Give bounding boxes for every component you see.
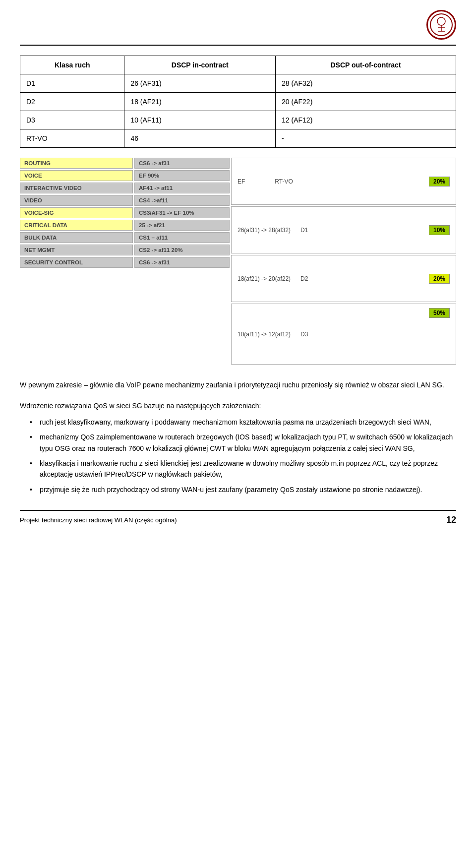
- left-column: ROUTING VOICE INTERACTIVE VIDEO VIDEO VO…: [20, 158, 133, 365]
- dscp-critical-data: 25 -> af21: [134, 220, 230, 231]
- class-net-mgmt: NET MGMT: [20, 245, 133, 255]
- paragraph-2-section: Wdrożenie rozwiązania QoS w sieci SG baz…: [20, 400, 456, 495]
- d1-block: 26(af31) -> 28(af32) D1 10%: [231, 206, 456, 253]
- qos-diagram: ROUTING VOICE INTERACTIVE VIDEO VIDEO VO…: [20, 158, 456, 365]
- d3-mapping-label: 10(af11) -> 12(af12): [238, 331, 291, 338]
- list-item: mechanizmy QoS zaimplementowane w router…: [30, 432, 456, 454]
- d3-percent-badge: 50%: [429, 308, 450, 318]
- paragraph-1: W pewnym zakresie – głównie dla VoIP pew…: [20, 379, 456, 390]
- class-voice-sig: VOICE-SIG: [20, 207, 133, 218]
- dscp-interactive-video: AF41 -> af11: [134, 183, 230, 193]
- top-divider: [20, 45, 456, 46]
- cell-dscp-out: -: [276, 129, 456, 148]
- bottom-divider: [20, 510, 456, 511]
- col-header-dscp-out: DSCP out-of-contract: [276, 56, 456, 74]
- cell-dscp-in: 46: [124, 129, 276, 148]
- bullet-list: ruch jest klasyfikowany, markowany i pod…: [30, 417, 456, 495]
- d2-percent-badge: 20%: [429, 274, 450, 284]
- d1-percent-badge: 10%: [429, 225, 450, 235]
- table-row: D1 26 (AF31) 28 (AF32): [20, 74, 456, 93]
- rtvo-ef-label: EF: [238, 178, 245, 185]
- d2-dest-label: D2: [300, 275, 308, 282]
- right-column: EF RT-VO 20% 26(af31) -> 28(af32) D1 10%: [231, 158, 456, 365]
- table-row: D3 10 (AF11) 12 (AF12): [20, 111, 456, 129]
- col-header-dscp-in: DSCP in-contract: [124, 56, 276, 74]
- cell-dscp-out: 28 (AF32): [276, 74, 456, 93]
- logo: [426, 10, 456, 40]
- cell-dscp-in: 18 (AF21): [124, 93, 276, 111]
- cell-class: RT-VO: [20, 129, 124, 148]
- rtvo-dest-label: RT-VO: [275, 178, 293, 185]
- svg-point-1: [437, 17, 445, 25]
- paragraph-1-text: W pewnym zakresie – głównie dla VoIP pew…: [20, 379, 456, 390]
- cell-dscp-out: 12 (AF12): [276, 111, 456, 129]
- d2-block: 18(af21) -> 20(af22) D2 20%: [231, 255, 456, 302]
- paragraph-2-intro: Wdrożenie rozwiązania QoS w sieci SG baz…: [20, 400, 456, 411]
- footer: Projekt techniczny sieci radiowej WLAN (…: [20, 515, 456, 525]
- list-item: przyjmuje się że ruch przychodzący od st…: [30, 484, 456, 495]
- d3-dest-label: D3: [300, 331, 308, 338]
- cell-class: D1: [20, 74, 124, 93]
- cell-dscp-in: 10 (AF11): [124, 111, 276, 129]
- cell-class: D2: [20, 93, 124, 111]
- page-number: 12: [446, 515, 456, 525]
- class-voice: VOICE: [20, 170, 133, 181]
- dscp-bulk-data: CS1 – af11: [134, 232, 230, 243]
- list-item: klasyfikacja i markowanie ruchu z sieci …: [30, 458, 456, 480]
- dscp-voice-sig: CS3/AF31 -> EF 10%: [134, 207, 230, 218]
- d1-dest-label: D1: [300, 227, 308, 234]
- cell-class: D3: [20, 111, 124, 129]
- cell-dscp-out: 20 (AF22): [276, 93, 456, 111]
- dscp-routing: CS6 -> af31: [134, 158, 230, 169]
- dscp-video: CS4 ->af11: [134, 195, 230, 206]
- d2-mapping-label: 18(af21) -> 20(af22): [238, 275, 291, 282]
- d3-block: 10(af11) -> 12(af12) D3 50%: [231, 304, 456, 365]
- middle-column: CS6 -> af31 EF 90% AF41 -> af11 CS4 ->af…: [134, 158, 230, 365]
- rtvo-percent-badge: 20%: [429, 177, 450, 186]
- cell-dscp-in: 26 (AF31): [124, 74, 276, 93]
- data-table: Klasa ruch DSCP in-contract DSCP out-of-…: [20, 56, 456, 148]
- dscp-security-control: CS6 -> af31: [134, 257, 230, 268]
- footer-text: Projekt techniczny sieci radiowej WLAN (…: [20, 516, 177, 524]
- table-row: D2 18 (AF21) 20 (AF22): [20, 93, 456, 111]
- class-routing: ROUTING: [20, 158, 133, 169]
- dscp-voice: EF 90%: [134, 170, 230, 181]
- top-bar: [20, 10, 456, 40]
- dscp-net-mgmt: CS2 -> af11 20%: [134, 245, 230, 255]
- list-item: ruch jest klasyfikowany, markowany i pod…: [30, 417, 456, 428]
- class-bulk-data: BULK DATA: [20, 232, 133, 243]
- col-header-class: Klasa ruch: [20, 56, 124, 74]
- rtvo-block: EF RT-VO 20%: [231, 158, 456, 205]
- class-critical-data: CRITICAL DATA: [20, 220, 133, 231]
- class-security-control: SECURITY CONTROL: [20, 257, 133, 268]
- class-interactive-video: INTERACTIVE VIDEO: [20, 183, 133, 193]
- table-row: RT-VO 46 -: [20, 129, 456, 148]
- d1-mapping-label: 26(af31) -> 28(af32): [238, 227, 291, 234]
- class-video: VIDEO: [20, 195, 133, 206]
